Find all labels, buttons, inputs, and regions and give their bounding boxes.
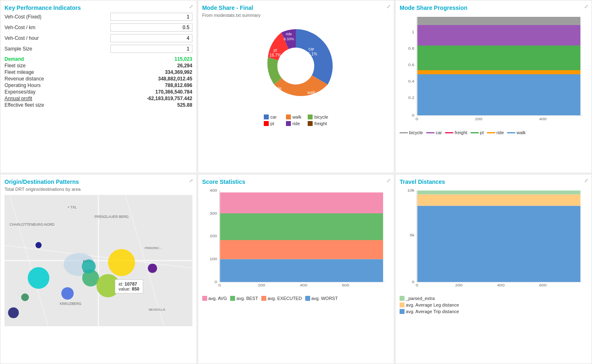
travel-legend: _parsed_extraavg. Average Leg distanceav… [400,296,587,314]
progression-legend: bicyclecarfreightptridewalk [400,130,587,135]
svg-text:0: 0 [412,113,415,117]
svg-text:400: 400 [539,117,547,121]
score-legend-label: avg. BEST [236,296,258,301]
kpi-field-label: Veh-Cost / hour [5,35,110,41]
progression-walk-bar [418,74,581,115]
pt-label: pt [274,48,277,53]
travel-expand-icon[interactable]: ⤢ [584,178,588,183]
svg-text:0.8: 0.8 [408,46,415,50]
svg-text:0: 0 [416,283,418,287]
od-title: Origin/Destination Patterns [5,179,192,185]
score-legend-item: avg. BEST [230,296,258,301]
car-label: car [309,47,315,51]
svg-text:400: 400 [210,188,217,192]
walk-label: walk [307,90,316,95]
kpi-field-row: Sample Size [5,45,192,53]
progression-legend-item: freight [445,130,467,135]
kpi-field-input[interactable] [110,34,192,42]
travel-distances-panel: Travel Distances ⤢ 0 5k 10k 0 200 400 60… [395,174,592,364]
svg-text:KREUZBERG: KREUZBERG [60,302,82,306]
prog-legend-label: pt [480,130,484,135]
travel-legend-item: _parsed_extra [400,296,587,301]
prog-legend-label: bicycle [409,130,423,135]
kpi-field-input[interactable] [110,23,192,32]
svg-text:FRIEDRIC...: FRIEDRIC... [145,246,162,250]
ride-value: 9.33% [284,37,295,41]
kpi-metric-row: Annual profit-62,183,819,757.442 [5,96,192,101]
kpi-metric-label: Annual profit [5,96,32,101]
score-title: Score Statistics [202,179,390,185]
kpi-metric-value: 334,369,992 [165,69,192,75]
prog-legend-swatch [400,132,408,133]
legend-label: bicycle [314,114,328,119]
mode-share-legend-item: walk [286,114,306,119]
legend-label: car [270,114,277,119]
svg-text:+ TXL: + TXL [68,205,77,209]
progression-bicycle-bar [418,17,581,25]
progression-legend-item: walk [507,130,526,135]
svg-text:0.4: 0.4 [408,79,415,83]
prog-legend-swatch [507,132,515,133]
kpi-metric-label: Operating Hours [5,82,41,88]
travel-title: Travel Distances [400,179,587,185]
mode-share-subtitle: From modestats.txt summary [202,13,390,18]
od-circle-small-navy [35,242,41,248]
legend-label: ride [293,121,300,126]
prog-legend-label: walk [517,130,526,135]
kpi-metric-row: Operating Hours788,812.696 [5,82,192,88]
score-legend-label: avg. EXECUTED [267,296,302,301]
travel-legend-item: avg. Average Trip distance [400,309,587,314]
score-legend-item: avg. EXECUTED [261,296,302,301]
svg-text:400: 400 [497,283,505,287]
score-expand-icon[interactable]: ⤢ [386,178,391,183]
travel-extra-bar [418,190,581,194]
mode-share-legend-item: car [264,114,284,119]
kpi-field-label: Veh-Cost / km [5,25,110,30]
bicycle-value: 17.1% [270,91,281,96]
svg-text:1: 1 [412,30,415,34]
progression-ride-bar [418,70,581,74]
legend-color-swatch [308,114,313,119]
kpi-metric-row: Revenue distance348,882,012.45 [5,76,192,82]
od-circle-teal-center [82,259,96,273]
kpi-metric-label: Fleet mileage [5,69,34,75]
mode-share-legend: carwalkbicycleptridefreight [264,114,328,126]
score-legend-label: avg. AVG [208,296,227,301]
svg-text:0: 0 [218,283,221,287]
map-tooltip: id: 10787 value: 850 [115,279,143,293]
svg-text:0.2: 0.2 [408,96,415,100]
travel-chart: 0 5k 10k 0 200 400 600 [400,187,587,293]
progression-title: Mode Share Progression [400,5,587,11]
kpi-metric-label: Effective fleet size [5,102,44,108]
score-legend: avg. AVGavg. BESTavg. EXECUTEDavg. WORST [202,296,390,301]
mode-share-legend-item: ride [286,121,306,126]
progression-expand-icon[interactable]: ⤢ [584,4,588,9]
prog-legend-label: ride [496,130,504,135]
kpi-field-input[interactable] [110,13,192,21]
legend-label: freight [314,121,327,126]
mode-share-expand-icon[interactable]: ⤢ [386,4,391,9]
kpi-metric-row: Expenses/day170,366,540.784 [5,89,192,95]
legend-color-swatch [286,114,291,119]
kpi-metric-row: Fleet size26,294 [5,63,192,69]
od-expand-icon[interactable]: ⤢ [189,178,193,183]
travel-legend-swatch [400,302,405,307]
od-circle-large-yellow [108,249,135,276]
travel-legend-swatch [400,296,405,301]
travel-legend-item: avg. Average Leg distance [400,302,587,307]
travel-legend-label: avg. Average Trip distance [406,309,459,314]
kpi-metric-label: Fleet size [5,63,25,69]
legend-label: walk [293,114,302,119]
svg-text:CHARLOTTENBURG-NORD: CHARLOTTENBURG-NORD [9,222,55,227]
score-legend-label: avg. WORST [311,296,338,301]
kpi-metric-label: Demand [5,56,24,62]
svg-text:400: 400 [300,283,307,287]
progression-legend-item: pt [471,130,484,135]
kpi-title: Key Performance Indicators [5,5,192,11]
kpi-metric-value: 115,023 [174,56,192,62]
kpi-field-input[interactable] [110,45,192,53]
score-legend-item: avg. WORST [305,296,338,301]
svg-text:200: 200 [455,283,463,287]
travel-legend-label: _parsed_extra [406,296,434,301]
kpi-expand-icon[interactable]: ⤢ [189,4,193,9]
